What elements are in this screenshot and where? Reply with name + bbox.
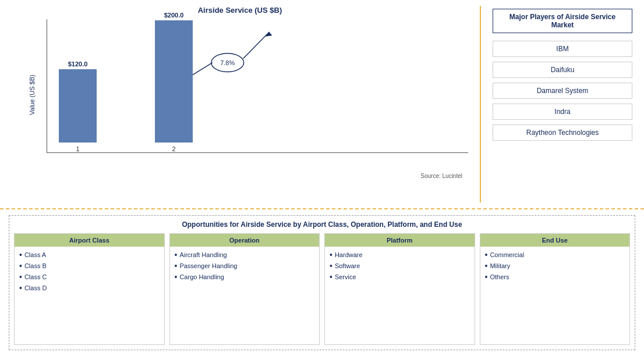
bars-container: 7.8% $120.0 1 xyxy=(47,19,468,153)
svg-text:7.8%: 7.8% xyxy=(220,59,235,66)
airport-class-item-a: •Class A xyxy=(19,251,160,259)
category-operation: Operation •Aircraft Handling •Passenger … xyxy=(169,233,320,345)
item-label: Cargo Handling xyxy=(179,273,224,280)
end-use-items: •Commercial •Military •Others xyxy=(480,247,630,344)
source-text: Source: Lucintel xyxy=(420,173,462,179)
main-container: Airside Service (US $B) Value (US $B) 7.… xyxy=(0,0,644,356)
airport-class-item-d: •Class D xyxy=(19,284,160,292)
category-airport-class: Airport Class •Class A •Class B •Class C… xyxy=(14,233,165,345)
bullet: • xyxy=(485,251,488,259)
bullet: • xyxy=(175,262,178,270)
bar-2 xyxy=(155,20,193,143)
bullet: • xyxy=(19,262,22,270)
bar-group-1: $120.0 1 xyxy=(59,60,97,152)
bar1-value-label: $120.0 xyxy=(68,60,88,67)
player-damarel: Damarel System xyxy=(493,83,632,99)
bullet: • xyxy=(485,273,488,281)
platform-software: •Software xyxy=(330,262,470,270)
bullet: • xyxy=(19,273,22,281)
item-label: Aircraft Handling xyxy=(179,251,227,258)
player-daifuku: Daifuku xyxy=(493,62,632,78)
airport-class-items: •Class A •Class B •Class C •Class D xyxy=(15,247,164,344)
item-label: Service xyxy=(335,273,356,280)
y-axis-label: Value (US $B) xyxy=(29,74,36,115)
end-use-military: •Military xyxy=(485,262,625,270)
platform-header: Platform xyxy=(325,234,475,247)
player-ibm: IBM xyxy=(493,41,632,57)
airport-class-item-c: •Class C xyxy=(19,273,160,281)
category-end-use: End Use •Commercial •Military •Others xyxy=(480,233,631,345)
bar-1 xyxy=(59,69,97,143)
player-raytheon: Raytheon Technologies xyxy=(493,124,632,141)
item-label: Commercial xyxy=(490,251,524,258)
bullet: • xyxy=(330,251,332,259)
categories-row: Airport Class •Class A •Class B •Class C… xyxy=(14,233,630,345)
top-section: Airside Service (US $B) Value (US $B) 7.… xyxy=(0,0,644,209)
chart-wrapper: Value (US $B) 7.8% xyxy=(12,19,468,170)
svg-marker-4 xyxy=(265,32,272,37)
platform-service: •Service xyxy=(330,273,470,281)
bullet: • xyxy=(19,251,22,259)
players-title: Major Players of Airside Service Market xyxy=(493,9,632,33)
bullet: • xyxy=(175,273,178,281)
player-indra: Indra xyxy=(493,104,632,120)
players-panel: Major Players of Airside Service Market … xyxy=(481,0,644,208)
svg-point-0 xyxy=(211,54,244,72)
end-use-header: End Use xyxy=(480,234,630,247)
platform-items: •Hardware •Software •Service xyxy=(325,247,475,344)
end-use-commercial: •Commercial xyxy=(485,251,625,259)
category-platform: Platform •Hardware •Software •Service xyxy=(324,233,475,345)
chart-area: Airside Service (US $B) Value (US $B) 7.… xyxy=(0,0,480,208)
opportunities-title: Opportunities for Airside Service by Air… xyxy=(14,220,630,229)
platform-hardware: •Hardware xyxy=(330,251,470,259)
operation-items: •Aircraft Handling •Passenger Handling •… xyxy=(170,247,320,344)
end-use-others: •Others xyxy=(485,273,625,281)
annotation-svg: 7.8% xyxy=(47,19,468,152)
operation-cargo: •Cargo Handling xyxy=(175,273,315,281)
opportunities-box: Opportunities for Airside Service by Air… xyxy=(9,215,635,350)
item-label: Others xyxy=(490,273,509,280)
item-label: Class C xyxy=(24,273,47,280)
item-label: Class B xyxy=(24,262,47,269)
operation-aircraft: •Aircraft Handling xyxy=(175,251,315,259)
bar-group-2: $200.0 2 xyxy=(155,12,193,152)
bullet: • xyxy=(330,273,332,281)
bottom-section: Opportunities for Airside Service by Air… xyxy=(0,209,644,356)
item-label: Military xyxy=(490,262,510,269)
bar2-x-label: 2 xyxy=(172,145,175,152)
operation-header: Operation xyxy=(170,234,320,247)
bullet: • xyxy=(175,251,178,259)
svg-line-3 xyxy=(243,32,270,59)
airport-class-item-b: •Class B xyxy=(19,262,160,270)
airport-class-header: Airport Class xyxy=(15,234,164,247)
chart-title: Airside Service (US $B) xyxy=(198,6,282,15)
bar2-value-label: $200.0 xyxy=(164,12,184,19)
operation-passenger: •Passenger Handling xyxy=(175,262,315,270)
bullet: • xyxy=(330,262,332,270)
bullet: • xyxy=(485,262,488,270)
bullet: • xyxy=(19,284,22,292)
bar1-x-label: 1 xyxy=(76,145,79,152)
item-label: Class A xyxy=(24,251,46,258)
item-label: Software xyxy=(335,262,360,269)
item-label: Hardware xyxy=(335,251,363,258)
item-label: Class D xyxy=(24,284,47,291)
item-label: Passenger Handling xyxy=(179,262,237,269)
